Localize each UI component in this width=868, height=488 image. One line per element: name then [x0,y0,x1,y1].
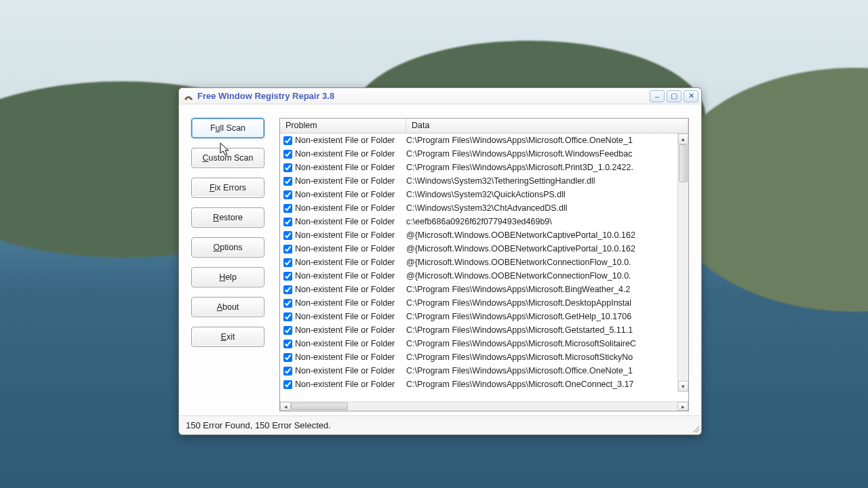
row-checkbox[interactable] [280,177,295,186]
window-title: Free Window Registry Repair 3.8 [197,91,646,101]
cell-problem: Non-existent File or Folder [295,190,406,199]
cell-problem: Non-existent File or Folder [295,258,406,267]
table-row[interactable]: Non-existent File or FolderC:\Program Fi… [280,364,688,378]
table-row[interactable]: Non-existent File or FolderC:\Program Fi… [280,283,688,296]
titlebar[interactable]: Free Window Registry Repair 3.8 – ▢ ✕ [179,88,701,104]
cell-data: @{Microsoft.Windows.OOBENetworkCaptivePo… [406,244,688,253]
column-header-data[interactable]: Data [406,119,688,133]
help-button[interactable]: Help [191,267,264,287]
cell-data: C:\Program Files\WindowsApps\Microsoft.G… [406,325,688,335]
cell-problem: Non-existent File or Folder [295,366,406,375]
svg-point-0 [188,96,189,97]
table-row[interactable]: Non-existent File or FolderC:\Windows\Sy… [280,188,688,201]
hscroll-thumb[interactable] [291,403,348,410]
row-checkbox[interactable] [280,150,295,159]
statusbar: 150 Error Found, 150 Error Selected. [179,415,701,434]
app-window: Free Window Registry Repair 3.8 – ▢ ✕ Fu… [178,87,702,435]
vscroll-thumb[interactable] [679,144,688,182]
table-row[interactable]: Non-existent File or Folder@{Microsoft.W… [280,228,688,242]
cell-data: C:\Windows\System32\ChtAdvancedDS.dll [406,203,688,213]
cell-data: C:\Program Files\WindowsApps\Microsoft.M… [406,352,688,362]
exit-button[interactable]: Exit [191,327,264,347]
row-checkbox[interactable] [280,340,295,348]
table-row[interactable]: Non-existent File or FolderC:\Program Fi… [280,323,688,337]
cell-problem: Non-existent File or Folder [295,203,406,213]
cell-problem: Non-existent File or Folder [295,271,406,281]
row-checkbox[interactable] [280,380,295,389]
cell-problem: Non-existent File or Folder [295,230,406,240]
cell-data: C:\Program Files\WindowsApps\Microsoft.O… [406,136,688,145]
about-button[interactable]: About [191,297,264,317]
row-checkbox[interactable] [280,231,295,240]
full-scan-button[interactable]: Full Scan [191,118,264,138]
table-row[interactable]: Non-existent File or FolderC:\Program Fi… [280,350,688,364]
row-checkbox[interactable] [280,136,295,145]
table-row[interactable]: Non-existent File or Folder@{Microsoft.W… [280,256,688,269]
scroll-up-arrow[interactable]: ▴ [678,134,688,144]
fix-errors-button[interactable]: Fix Errors [191,178,264,198]
cell-problem: Non-existent File or Folder [295,136,406,145]
row-checkbox[interactable] [280,367,295,375]
cell-data: C:\Program Files\WindowsApps\Microsoft.O… [406,366,688,375]
row-checkbox[interactable] [280,299,295,308]
table-row[interactable]: Non-existent File or FolderC:\Program Fi… [280,161,688,174]
vertical-scrollbar[interactable]: ▴ ▾ [677,134,688,392]
cell-problem: Non-existent File or Folder [295,312,406,321]
table-row[interactable]: Non-existent File or FolderC:\Program Fi… [280,337,688,350]
cell-data: C:\Windows\System32\TetheringSettingHand… [406,176,688,186]
cell-data: C:\Program Files\WindowsApps\Microsoft.B… [406,285,688,294]
table-row[interactable]: Non-existent File or Folder@{Microsoft.W… [280,269,688,283]
row-checkbox[interactable] [280,285,295,294]
table-row[interactable]: Non-existent File or FolderC:\Program Fi… [280,134,688,147]
maximize-button[interactable]: ▢ [667,90,682,102]
row-checkbox[interactable] [280,218,295,226]
cell-problem: Non-existent File or Folder [295,244,406,253]
table-row[interactable]: Non-existent File or FolderC:\Program Fi… [280,378,688,391]
cell-problem: Non-existent File or Folder [295,298,406,308]
minimize-button[interactable]: – [650,90,665,102]
cell-problem: Non-existent File or Folder [295,285,406,294]
restore-button[interactable]: Restore [191,207,264,228]
cell-problem: Non-existent File or Folder [295,380,406,389]
cell-data: c:\eefb686a0926f62f0779493ed469b9\ [406,217,688,226]
app-icon [183,91,194,102]
cell-data: C:\Program Files\WindowsApps\Microsoft.D… [406,298,688,308]
row-checkbox[interactable] [280,272,295,281]
row-checkbox[interactable] [280,163,295,172]
table-row[interactable]: Non-existent File or FolderC:\Windows\Sy… [280,201,688,215]
row-checkbox[interactable] [280,245,295,253]
results-list: Problem Data Non-existent File or Folder… [279,118,689,411]
scroll-down-arrow[interactable]: ▾ [678,381,688,392]
scroll-left-arrow[interactable]: ◂ [280,402,291,411]
cell-data: C:\Program Files\WindowsApps\Microsoft.P… [406,163,688,172]
custom-scan-button[interactable]: Custom Scan [191,148,264,168]
row-checkbox[interactable] [280,326,295,335]
row-checkbox[interactable] [280,312,295,321]
table-row[interactable]: Non-existent File or FolderC:\Program Fi… [280,296,688,310]
cell-data: C:\Program Files\WindowsApps\Microsoft.G… [406,312,688,321]
column-headers: Problem Data [280,119,688,134]
cell-data: C:\Windows\System32\QuickActionsPS.dll [406,190,688,199]
table-row[interactable]: Non-existent File or Folderc:\eefb686a09… [280,215,688,228]
cell-data: C:\Program Files\WindowsApps\Microsoft.W… [406,149,688,159]
horizontal-scrollbar[interactable]: ◂ ▸ [280,401,688,411]
resize-grip[interactable] [691,424,699,432]
cell-data: @{Microsoft.Windows.OOBENetworkConnectio… [406,271,688,281]
cell-data: C:\Program Files\WindowsApps\Microsoft.O… [406,380,688,389]
table-row[interactable]: Non-existent File or FolderC:\Windows\Sy… [280,174,688,188]
close-button[interactable]: ✕ [684,90,698,102]
table-row[interactable]: Non-existent File or FolderC:\Program Fi… [280,310,688,323]
sidebar: Full Scan Custom Scan Fix Errors Restore… [191,118,264,411]
table-row[interactable]: Non-existent File or FolderC:\Program Fi… [280,147,688,161]
options-button[interactable]: Options [191,237,264,258]
status-text: 150 Error Found, 150 Error Selected. [186,420,331,430]
row-checkbox[interactable] [280,258,295,267]
cell-problem: Non-existent File or Folder [295,176,406,186]
column-header-problem[interactable]: Problem [280,119,406,133]
scroll-right-arrow[interactable]: ▸ [677,402,688,411]
table-row[interactable]: Non-existent File or Folder@{Microsoft.W… [280,242,688,256]
row-checkbox[interactable] [280,353,295,362]
row-checkbox[interactable] [280,190,295,199]
row-checkbox[interactable] [280,204,295,213]
cell-data: @{Microsoft.Windows.OOBENetworkConnectio… [406,258,688,267]
